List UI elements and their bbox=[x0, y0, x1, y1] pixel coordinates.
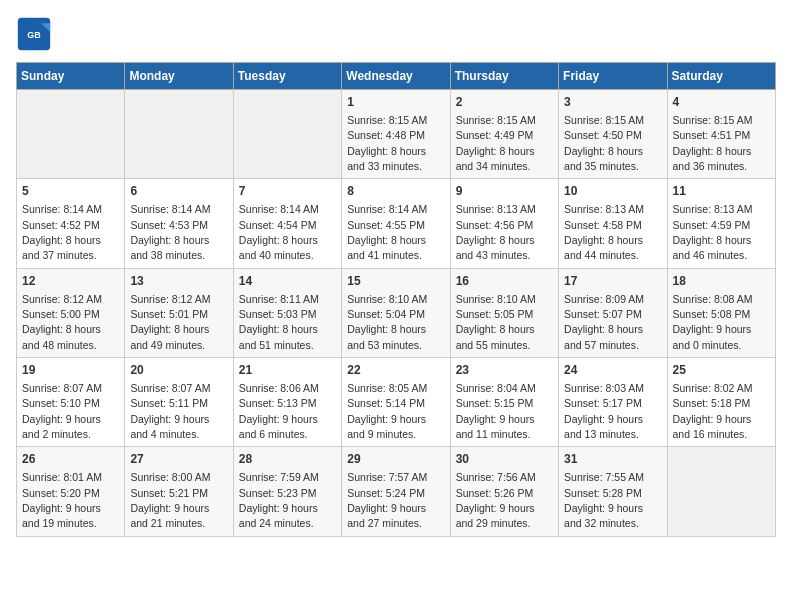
calendar-cell bbox=[667, 447, 775, 536]
calendar-cell: 15Sunrise: 8:10 AM Sunset: 5:04 PM Dayli… bbox=[342, 268, 450, 357]
day-number: 21 bbox=[239, 362, 336, 379]
calendar-cell bbox=[125, 90, 233, 179]
day-number: 30 bbox=[456, 451, 553, 468]
calendar-cell: 24Sunrise: 8:03 AM Sunset: 5:17 PM Dayli… bbox=[559, 358, 667, 447]
day-number: 17 bbox=[564, 273, 661, 290]
calendar-cell: 14Sunrise: 8:11 AM Sunset: 5:03 PM Dayli… bbox=[233, 268, 341, 357]
calendar-cell: 12Sunrise: 8:12 AM Sunset: 5:00 PM Dayli… bbox=[17, 268, 125, 357]
day-number: 28 bbox=[239, 451, 336, 468]
day-info: Sunrise: 8:10 AM Sunset: 5:05 PM Dayligh… bbox=[456, 293, 536, 351]
calendar-cell: 8Sunrise: 8:14 AM Sunset: 4:55 PM Daylig… bbox=[342, 179, 450, 268]
calendar-cell: 7Sunrise: 8:14 AM Sunset: 4:54 PM Daylig… bbox=[233, 179, 341, 268]
day-number: 20 bbox=[130, 362, 227, 379]
weekday-header-monday: Monday bbox=[125, 63, 233, 90]
day-number: 11 bbox=[673, 183, 770, 200]
day-info: Sunrise: 8:14 AM Sunset: 4:54 PM Dayligh… bbox=[239, 203, 319, 261]
day-info: Sunrise: 8:07 AM Sunset: 5:10 PM Dayligh… bbox=[22, 382, 102, 440]
day-info: Sunrise: 8:14 AM Sunset: 4:52 PM Dayligh… bbox=[22, 203, 102, 261]
day-number: 4 bbox=[673, 94, 770, 111]
day-info: Sunrise: 8:12 AM Sunset: 5:00 PM Dayligh… bbox=[22, 293, 102, 351]
day-number: 7 bbox=[239, 183, 336, 200]
day-info: Sunrise: 8:15 AM Sunset: 4:51 PM Dayligh… bbox=[673, 114, 753, 172]
calendar-cell: 13Sunrise: 8:12 AM Sunset: 5:01 PM Dayli… bbox=[125, 268, 233, 357]
weekday-header-friday: Friday bbox=[559, 63, 667, 90]
day-number: 19 bbox=[22, 362, 119, 379]
day-number: 12 bbox=[22, 273, 119, 290]
weekday-header-saturday: Saturday bbox=[667, 63, 775, 90]
page-header: GB bbox=[16, 16, 776, 52]
calendar-week-5: 26Sunrise: 8:01 AM Sunset: 5:20 PM Dayli… bbox=[17, 447, 776, 536]
day-number: 22 bbox=[347, 362, 444, 379]
svg-text:GB: GB bbox=[27, 30, 41, 40]
day-info: Sunrise: 8:14 AM Sunset: 4:55 PM Dayligh… bbox=[347, 203, 427, 261]
day-number: 13 bbox=[130, 273, 227, 290]
day-info: Sunrise: 8:14 AM Sunset: 4:53 PM Dayligh… bbox=[130, 203, 210, 261]
logo-icon: GB bbox=[16, 16, 52, 52]
day-info: Sunrise: 7:56 AM Sunset: 5:26 PM Dayligh… bbox=[456, 471, 536, 529]
calendar-cell: 19Sunrise: 8:07 AM Sunset: 5:10 PM Dayli… bbox=[17, 358, 125, 447]
day-number: 29 bbox=[347, 451, 444, 468]
day-number: 14 bbox=[239, 273, 336, 290]
calendar-cell: 6Sunrise: 8:14 AM Sunset: 4:53 PM Daylig… bbox=[125, 179, 233, 268]
weekday-header-thursday: Thursday bbox=[450, 63, 558, 90]
day-number: 16 bbox=[456, 273, 553, 290]
day-info: Sunrise: 7:55 AM Sunset: 5:28 PM Dayligh… bbox=[564, 471, 644, 529]
day-number: 5 bbox=[22, 183, 119, 200]
weekday-header-tuesday: Tuesday bbox=[233, 63, 341, 90]
day-info: Sunrise: 8:03 AM Sunset: 5:17 PM Dayligh… bbox=[564, 382, 644, 440]
day-info: Sunrise: 8:01 AM Sunset: 5:20 PM Dayligh… bbox=[22, 471, 102, 529]
calendar-cell: 31Sunrise: 7:55 AM Sunset: 5:28 PM Dayli… bbox=[559, 447, 667, 536]
day-info: Sunrise: 8:04 AM Sunset: 5:15 PM Dayligh… bbox=[456, 382, 536, 440]
weekday-row: SundayMondayTuesdayWednesdayThursdayFrid… bbox=[17, 63, 776, 90]
calendar-cell: 4Sunrise: 8:15 AM Sunset: 4:51 PM Daylig… bbox=[667, 90, 775, 179]
day-number: 2 bbox=[456, 94, 553, 111]
calendar-cell: 9Sunrise: 8:13 AM Sunset: 4:56 PM Daylig… bbox=[450, 179, 558, 268]
calendar-week-2: 5Sunrise: 8:14 AM Sunset: 4:52 PM Daylig… bbox=[17, 179, 776, 268]
day-number: 1 bbox=[347, 94, 444, 111]
logo: GB bbox=[16, 16, 56, 52]
calendar-week-1: 1Sunrise: 8:15 AM Sunset: 4:48 PM Daylig… bbox=[17, 90, 776, 179]
calendar-week-4: 19Sunrise: 8:07 AM Sunset: 5:10 PM Dayli… bbox=[17, 358, 776, 447]
day-number: 6 bbox=[130, 183, 227, 200]
day-number: 15 bbox=[347, 273, 444, 290]
day-number: 26 bbox=[22, 451, 119, 468]
day-number: 9 bbox=[456, 183, 553, 200]
day-info: Sunrise: 8:15 AM Sunset: 4:50 PM Dayligh… bbox=[564, 114, 644, 172]
calendar-cell: 20Sunrise: 8:07 AM Sunset: 5:11 PM Dayli… bbox=[125, 358, 233, 447]
day-info: Sunrise: 8:13 AM Sunset: 4:58 PM Dayligh… bbox=[564, 203, 644, 261]
day-info: Sunrise: 8:07 AM Sunset: 5:11 PM Dayligh… bbox=[130, 382, 210, 440]
day-info: Sunrise: 8:11 AM Sunset: 5:03 PM Dayligh… bbox=[239, 293, 319, 351]
day-info: Sunrise: 8:00 AM Sunset: 5:21 PM Dayligh… bbox=[130, 471, 210, 529]
day-number: 10 bbox=[564, 183, 661, 200]
calendar-cell: 16Sunrise: 8:10 AM Sunset: 5:05 PM Dayli… bbox=[450, 268, 558, 357]
day-info: Sunrise: 8:02 AM Sunset: 5:18 PM Dayligh… bbox=[673, 382, 753, 440]
calendar-cell: 2Sunrise: 8:15 AM Sunset: 4:49 PM Daylig… bbox=[450, 90, 558, 179]
day-info: Sunrise: 8:12 AM Sunset: 5:01 PM Dayligh… bbox=[130, 293, 210, 351]
calendar-cell bbox=[233, 90, 341, 179]
calendar-cell: 27Sunrise: 8:00 AM Sunset: 5:21 PM Dayli… bbox=[125, 447, 233, 536]
calendar-body: 1Sunrise: 8:15 AM Sunset: 4:48 PM Daylig… bbox=[17, 90, 776, 537]
weekday-header-sunday: Sunday bbox=[17, 63, 125, 90]
day-info: Sunrise: 7:59 AM Sunset: 5:23 PM Dayligh… bbox=[239, 471, 319, 529]
calendar-cell: 3Sunrise: 8:15 AM Sunset: 4:50 PM Daylig… bbox=[559, 90, 667, 179]
day-info: Sunrise: 8:15 AM Sunset: 4:49 PM Dayligh… bbox=[456, 114, 536, 172]
weekday-header-wednesday: Wednesday bbox=[342, 63, 450, 90]
calendar-cell: 28Sunrise: 7:59 AM Sunset: 5:23 PM Dayli… bbox=[233, 447, 341, 536]
day-info: Sunrise: 8:06 AM Sunset: 5:13 PM Dayligh… bbox=[239, 382, 319, 440]
day-number: 25 bbox=[673, 362, 770, 379]
calendar-cell: 26Sunrise: 8:01 AM Sunset: 5:20 PM Dayli… bbox=[17, 447, 125, 536]
day-number: 18 bbox=[673, 273, 770, 290]
day-info: Sunrise: 8:09 AM Sunset: 5:07 PM Dayligh… bbox=[564, 293, 644, 351]
day-info: Sunrise: 7:57 AM Sunset: 5:24 PM Dayligh… bbox=[347, 471, 427, 529]
calendar-cell: 21Sunrise: 8:06 AM Sunset: 5:13 PM Dayli… bbox=[233, 358, 341, 447]
calendar-week-3: 12Sunrise: 8:12 AM Sunset: 5:00 PM Dayli… bbox=[17, 268, 776, 357]
calendar-cell: 25Sunrise: 8:02 AM Sunset: 5:18 PM Dayli… bbox=[667, 358, 775, 447]
calendar-cell: 30Sunrise: 7:56 AM Sunset: 5:26 PM Dayli… bbox=[450, 447, 558, 536]
calendar-cell: 1Sunrise: 8:15 AM Sunset: 4:48 PM Daylig… bbox=[342, 90, 450, 179]
calendar-cell: 11Sunrise: 8:13 AM Sunset: 4:59 PM Dayli… bbox=[667, 179, 775, 268]
day-number: 31 bbox=[564, 451, 661, 468]
day-info: Sunrise: 8:10 AM Sunset: 5:04 PM Dayligh… bbox=[347, 293, 427, 351]
calendar-header: SundayMondayTuesdayWednesdayThursdayFrid… bbox=[17, 63, 776, 90]
day-number: 24 bbox=[564, 362, 661, 379]
day-number: 8 bbox=[347, 183, 444, 200]
